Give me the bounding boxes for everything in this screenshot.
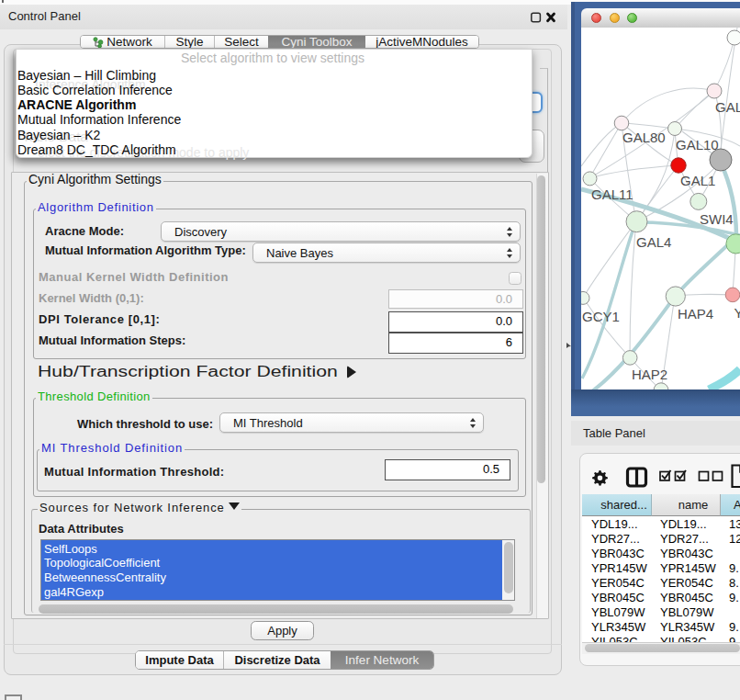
svg-text:HAP2: HAP2	[632, 367, 667, 382]
svg-text:SWI4: SWI4	[700, 211, 734, 227]
svg-text:GAL1: GAL1	[680, 173, 715, 188]
svg-text:GCY1: GCY1	[582, 309, 620, 324]
svg-text:GAL80: GAL80	[622, 130, 666, 145]
svg-text:GAL4: GAL4	[636, 234, 671, 250]
svg-text:GAL11: GAL11	[591, 186, 633, 202]
svg-text:HAP4: HAP4	[678, 306, 713, 322]
svg-text:GAL2: GAL2	[715, 99, 740, 115]
svg-text:Y: Y	[734, 305, 740, 321]
svg-text:GAL10: GAL10	[676, 137, 719, 152]
